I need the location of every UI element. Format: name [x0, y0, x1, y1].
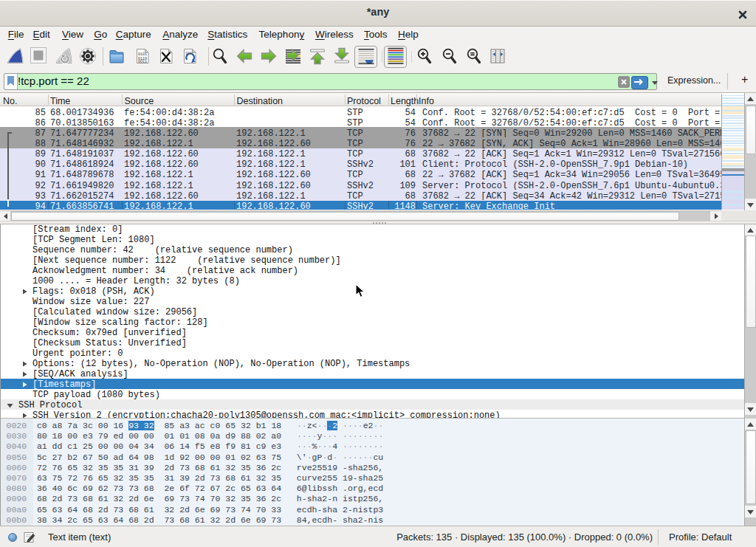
svg-text:0101: 0101 — [186, 52, 194, 55]
svg-text:0011: 0011 — [138, 60, 147, 64]
